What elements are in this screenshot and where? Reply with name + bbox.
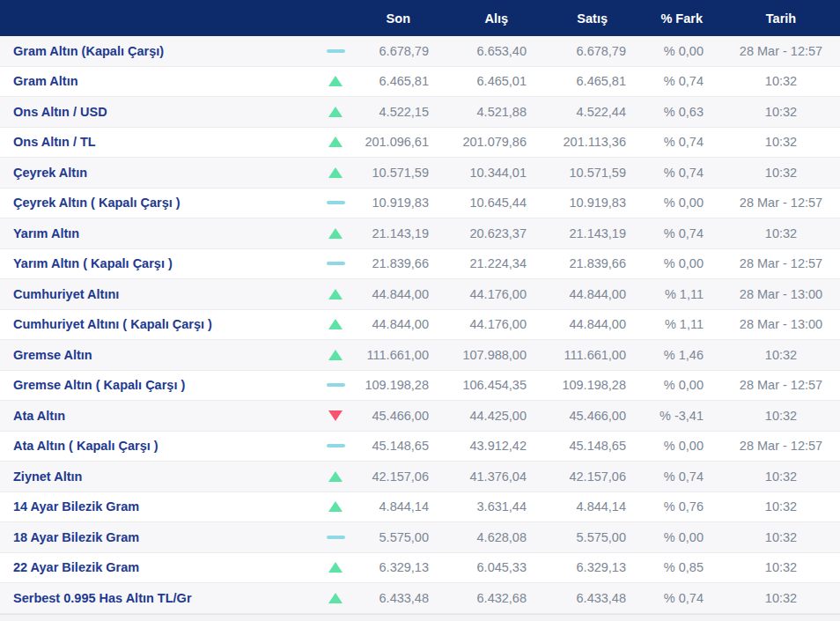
table-row[interactable]: 14 Ayar Bilezik Gram4.844,143.631,444.84… bbox=[0, 492, 840, 523]
son-value: 44.844,00 bbox=[350, 287, 431, 301]
alis-value: 10.645,44 bbox=[431, 196, 529, 210]
satis-value: 111.661,00 bbox=[529, 348, 629, 362]
fark-value: % 0,00 bbox=[629, 530, 706, 544]
tarih-value: 10:32 bbox=[706, 591, 840, 605]
trend-up-icon bbox=[328, 289, 343, 299]
tarih-value: 10:32 bbox=[706, 560, 840, 574]
instrument-link[interactable]: 14 Ayar Bilezik Gram bbox=[0, 499, 308, 514]
trend-cell bbox=[308, 49, 350, 53]
table-row[interactable]: 22 Ayar Bilezik Gram6.329,136.045,336.32… bbox=[0, 553, 840, 584]
trend-up-icon bbox=[328, 228, 343, 239]
table-row[interactable]: Gram Altın6.465,816.465,016.465,81% 0,74… bbox=[0, 67, 840, 98]
fark-value: % 0,85 bbox=[629, 560, 706, 574]
instrument-link[interactable]: Gram Altın (Kapalı Çarşı) bbox=[0, 44, 308, 58]
instrument-link[interactable]: Ata Altın bbox=[0, 409, 308, 423]
table-row[interactable]: Ziynet Altın42.157,0641.376,0442.157,06%… bbox=[0, 462, 840, 492]
table-row[interactable]: Ata Altın ( Kapalı Çarşı )45.148,6543.91… bbox=[0, 432, 840, 462]
alis-value: 4.521,88 bbox=[431, 105, 529, 119]
trend-up-icon bbox=[328, 76, 343, 86]
instrument-link[interactable]: Çeyrek Altın ( Kapalı Çarşı ) bbox=[0, 196, 308, 210]
alis-value: 201.079,86 bbox=[431, 135, 529, 149]
trend-up-icon bbox=[328, 501, 343, 512]
tarih-value: 10:32 bbox=[706, 105, 840, 119]
table-row[interactable]: Ata Altın45.466,0044.425,0045.466,00% -3… bbox=[0, 401, 840, 432]
son-value: 4.522,15 bbox=[350, 105, 431, 119]
instrument-link[interactable]: Gremse Altın ( Kapalı Çarşı ) bbox=[0, 378, 308, 392]
satis-value: 201.113,36 bbox=[529, 135, 629, 149]
instrument-link[interactable]: Çeyrek Altın bbox=[0, 166, 308, 180]
table-row[interactable]: Cumhuriyet Altını ( Kapalı Çarşı )44.844… bbox=[0, 310, 840, 341]
trend-up-icon bbox=[328, 167, 343, 178]
instrument-link[interactable]: Gremse Altın bbox=[0, 348, 308, 362]
table-header-row: Son Alış Satış % Fark Tarih bbox=[0, 0, 840, 36]
tarih-value: 28 Mar - 12:57 bbox=[706, 378, 840, 392]
table-row[interactable]: Serbest 0.995 Has Altın TL/Gr6.433,486.4… bbox=[0, 583, 840, 614]
satis-value: 109.198,28 bbox=[529, 378, 629, 392]
trend-flat-icon bbox=[327, 444, 345, 447]
tarih-value: 10:32 bbox=[706, 166, 840, 180]
trend-flat-icon bbox=[327, 49, 345, 53]
instrument-link[interactable]: Ons Altın / USD bbox=[0, 105, 308, 119]
satis-value: 44.844,00 bbox=[529, 287, 629, 301]
tarih-value: 10:32 bbox=[706, 499, 840, 514]
table-row[interactable]: Cumhuriyet Altını44.844,0044.176,0044.84… bbox=[0, 279, 840, 310]
trend-cell bbox=[308, 262, 350, 265]
alis-value: 4.628,08 bbox=[431, 530, 529, 544]
son-value: 109.198,28 bbox=[350, 378, 431, 392]
header-tarih: Tarih bbox=[706, 11, 840, 26]
header-son: Son bbox=[350, 11, 431, 26]
instrument-link[interactable]: 18 Ayar Bilezik Gram bbox=[0, 530, 308, 544]
alis-value: 44.176,00 bbox=[431, 287, 529, 301]
trend-cell bbox=[308, 228, 350, 239]
table-row[interactable]: Yarım Altın21.143,1920.623,3721.143,19% … bbox=[0, 218, 840, 249]
table-row[interactable]: Ons Altın / USD4.522,154.521,884.522,44%… bbox=[0, 97, 840, 128]
fark-value: % 0,74 bbox=[629, 469, 706, 484]
trend-cell bbox=[308, 444, 350, 447]
satis-value: 45.148,65 bbox=[529, 439, 629, 453]
instrument-link[interactable]: Ata Altın ( Kapalı Çarşı ) bbox=[0, 439, 308, 453]
instrument-link[interactable]: Yarım Altın bbox=[0, 226, 308, 240]
instrument-link[interactable]: Cumhuriyet Altını ( Kapalı Çarşı ) bbox=[0, 317, 308, 331]
instrument-link[interactable]: 22 Ayar Bilezik Gram bbox=[0, 560, 308, 574]
header-fark: % Fark bbox=[629, 11, 706, 26]
tarih-value: 28 Mar - 12:57 bbox=[706, 44, 840, 58]
son-value: 10.571,59 bbox=[350, 166, 431, 180]
son-value: 21.143,19 bbox=[350, 226, 431, 240]
son-value: 10.919,83 bbox=[350, 196, 431, 210]
table-row[interactable]: Gremse Altın111.661,00107.988,00111.661,… bbox=[0, 340, 840, 371]
tarih-value: 10:32 bbox=[706, 530, 840, 544]
table-row[interactable]: Çeyrek Altın10.571,5910.344,0110.571,59%… bbox=[0, 158, 840, 189]
fark-value: % 0,00 bbox=[629, 439, 706, 453]
table-row[interactable]: Çeyrek Altın ( Kapalı Çarşı )10.919,8310… bbox=[0, 189, 840, 219]
instrument-link[interactable]: Cumhuriyet Altını bbox=[0, 287, 308, 301]
table-row[interactable]: Ons Altın / TL201.096,61201.079,86201.11… bbox=[0, 128, 840, 159]
trend-cell bbox=[308, 76, 350, 86]
satis-value: 42.157,06 bbox=[529, 469, 629, 484]
trend-up-icon bbox=[328, 471, 343, 482]
trend-cell bbox=[308, 319, 350, 329]
alis-value: 3.631,44 bbox=[431, 499, 529, 514]
son-value: 4.844,14 bbox=[350, 499, 431, 514]
fark-value: % 0,74 bbox=[629, 166, 706, 180]
trend-cell bbox=[308, 471, 350, 482]
table-row[interactable]: 18 Ayar Bilezik Gram5.575,004.628,085.57… bbox=[0, 522, 840, 553]
table-row[interactable]: Yarım Altın ( Kapalı Çarşı )21.839,6621.… bbox=[0, 249, 840, 280]
trend-cell bbox=[308, 201, 350, 204]
instrument-link[interactable]: Yarım Altın ( Kapalı Çarşı ) bbox=[0, 256, 308, 270]
fark-value: % 1,46 bbox=[629, 348, 706, 362]
instrument-link[interactable]: Ons Altın / TL bbox=[0, 135, 308, 149]
instrument-link[interactable]: Serbest 0.995 Has Altın TL/Gr bbox=[0, 591, 308, 605]
satis-value: 10.919,83 bbox=[529, 196, 629, 210]
trend-cell bbox=[308, 501, 350, 512]
trend-up-icon bbox=[328, 137, 343, 147]
trend-up-icon bbox=[328, 350, 343, 360]
table-row[interactable]: Gremse Altın ( Kapalı Çarşı )109.198,281… bbox=[0, 371, 840, 402]
satis-value: 4.522,44 bbox=[529, 105, 629, 119]
table-body: Gram Altın (Kapalı Çarşı)6.678,796.653,4… bbox=[0, 36, 840, 614]
trend-down-icon bbox=[328, 410, 343, 421]
table-row[interactable]: Gram Altın (Kapalı Çarşı)6.678,796.653,4… bbox=[0, 36, 840, 67]
instrument-link[interactable]: Ziynet Altın bbox=[0, 469, 308, 484]
fark-value: % 1,11 bbox=[629, 317, 706, 331]
alis-value: 6.465,01 bbox=[431, 74, 529, 88]
instrument-link[interactable]: Gram Altın bbox=[0, 74, 308, 88]
